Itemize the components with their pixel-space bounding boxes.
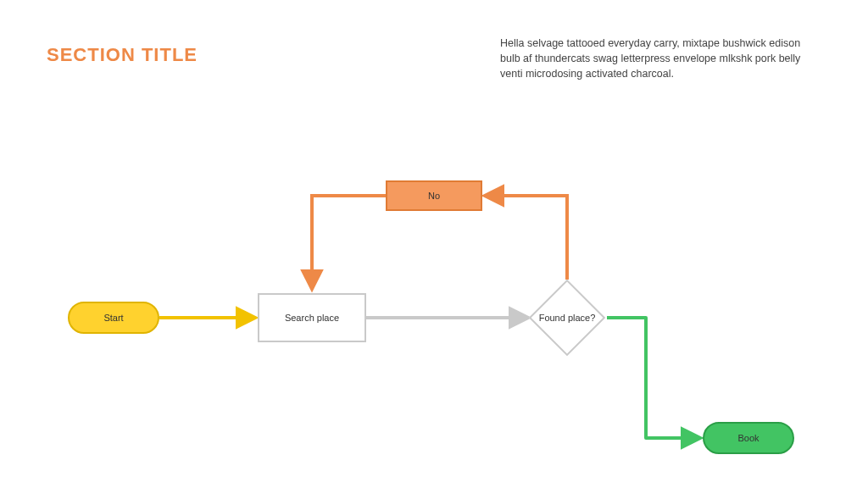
flow-node-label: Found place? <box>504 280 630 355</box>
flow-node-label: Book <box>737 433 759 443</box>
flow-node-label: Start <box>103 313 123 323</box>
section-title: SECTION TITLE <box>47 44 198 66</box>
section-description: Hella selvage tattooed everyday carry, m… <box>500 36 810 81</box>
flow-node-no: No <box>386 180 482 211</box>
flow-node-decision: Found place? <box>530 280 604 355</box>
flow-node-book: Book <box>703 422 794 454</box>
flow-node-start: Start <box>68 302 159 334</box>
flow-node-label: No <box>428 191 440 201</box>
flow-node-label: Search place <box>285 313 339 323</box>
flow-node-search: Search place <box>258 293 366 342</box>
page-root: SECTION TITLE Hella selvage tattooed eve… <box>0 0 868 488</box>
